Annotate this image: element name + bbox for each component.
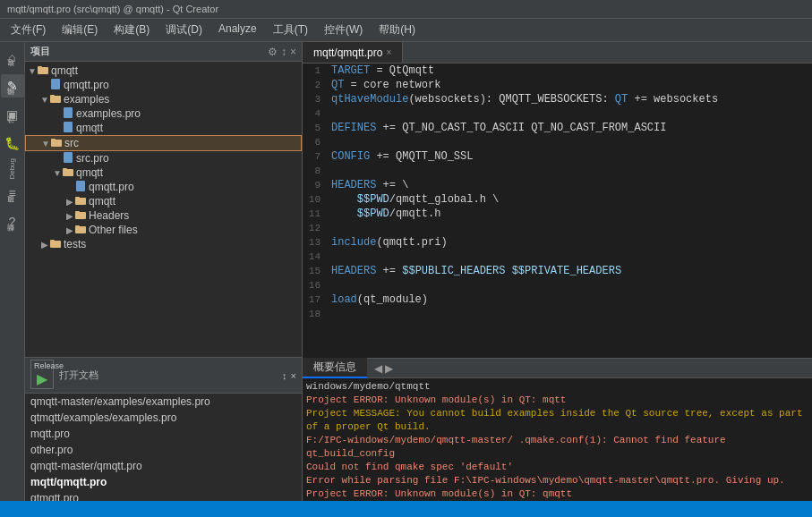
tree-arrow-icon[interactable]: ▼ [27, 66, 38, 76]
tree-item[interactable]: qmqtt.pro [25, 180, 302, 194]
play-icon[interactable]: ▶ [37, 371, 47, 386]
menu-item-f[interactable]: 文件(F) [4, 21, 53, 39]
svg-rect-12 [76, 181, 85, 191]
tree-item[interactable]: examples.pro [25, 106, 302, 121]
line-number: 12 [303, 221, 328, 235]
doc-item[interactable]: qtmqtt.pro [25, 490, 302, 501]
output-line: windows/mydemo/qtmqtt [306, 380, 808, 394]
menu-item-b[interactable]: 构建(B) [107, 21, 157, 39]
project-panel: 项目 ⚙ ↕ × ▼qmqttqmqtt.pro▼examplesexample… [25, 42, 303, 501]
status-bar [0, 501, 812, 517]
help-icon[interactable]: ? [1, 210, 24, 233]
tree-label: examples.pro [76, 107, 141, 120]
code-line: 3qtHaveModule(websockets): QMQTT_WEBSOCK… [303, 92, 812, 106]
sidebar-icons: ⌂欢迎✎编辑▣设计🐛Debug≡项目?帮助 [0, 42, 25, 501]
tree-arrow-icon[interactable]: ▶ [64, 197, 75, 207]
tree-item[interactable]: ▼qmqtt [25, 165, 302, 180]
line-content: DEFINES += QT_NO_CAST_TO_ASCII QT_NO_CAS… [328, 121, 666, 135]
line-content: TARGET = QtQmqtt [328, 64, 434, 78]
sidebar-label-3: Debug [8, 158, 16, 180]
release-badge: Release ▶ [30, 360, 54, 389]
tree-arrow-icon[interactable]: ▶ [64, 225, 75, 235]
tree-item[interactable]: ▼examples [25, 92, 302, 106]
tree-item[interactable]: ▶Headers [25, 208, 302, 223]
tree-item[interactable]: qmqtt.pro [25, 78, 302, 92]
tree-node-icon [50, 79, 61, 91]
line-number: 17 [303, 292, 328, 307]
doc-item[interactable]: mqtt/qmqtt.pro [25, 474, 302, 490]
line-content: $$PWD/qmqtt.h [328, 207, 440, 221]
svg-rect-2 [51, 79, 60, 89]
code-line: 15HEADERS += $$PUBLIC_HEADERS $$PRIVATE_… [303, 264, 812, 278]
tree-label: qmqtt [76, 122, 103, 134]
doc-item[interactable]: mqtt.pro [25, 426, 302, 442]
tree-arrow-icon[interactable]: ▶ [39, 240, 50, 250]
code-editor[interactable]: 1TARGET = QtQmqtt2QT = core network3qtHa… [303, 64, 812, 358]
tree-label: tests [64, 238, 86, 250]
code-line: 17load(qt_module) [303, 292, 812, 307]
tree-item[interactable]: qmqtt [25, 121, 302, 135]
line-content [328, 278, 338, 292]
output-area: 概要信息 ◀ ▶ windows/mydemo/qtmqttProject ER… [303, 358, 812, 501]
tree-arrow-icon[interactable]: ▼ [52, 168, 63, 178]
tree-item[interactable]: ▶qmqtt [25, 194, 302, 208]
edit-icon[interactable]: ✎ [1, 74, 24, 97]
project-icon[interactable]: ≡ [1, 182, 24, 205]
close-panel-icon[interactable]: × [290, 46, 296, 58]
menu-item-e[interactable]: 编辑(E) [55, 21, 105, 39]
doc-item[interactable]: qmqtt-master/examples/examples.pro [25, 394, 302, 410]
doc-item[interactable]: qtmqtt/examples/examples.pro [25, 410, 302, 426]
menu-item-t[interactable]: 工具(T) [266, 21, 315, 39]
tree-arrow-icon[interactable]: ▼ [39, 95, 50, 105]
editor-tab-bar: mqtt/qmqtt.pro × [303, 42, 812, 64]
tab-label: mqtt/qmqtt.pro [313, 47, 382, 59]
output-line: Project ERROR: Unknown module(s) in QT: … [306, 487, 808, 501]
code-line: 11 $$PWD/qmqtt.h [303, 207, 812, 221]
code-line: 2QT = core network [303, 78, 812, 92]
tab-close-icon[interactable]: × [386, 47, 391, 57]
tree-label: qmqtt [76, 166, 103, 179]
open-docs-controls: ↕ × [282, 370, 296, 381]
debug-icon[interactable]: 🐛 [1, 131, 24, 155]
menu-item-d[interactable]: 调试(D) [158, 21, 209, 39]
tree-label: qmqtt [89, 195, 115, 208]
active-editor-tab[interactable]: mqtt/qmqtt.pro × [303, 42, 403, 63]
menu-item-w[interactable]: 控件(W) [317, 21, 370, 39]
panel-title: 项目 [30, 45, 50, 58]
tree-label: qmqtt [51, 64, 78, 77]
tree-item[interactable]: ▼qmqtt [25, 64, 302, 78]
welcome-icon[interactable]: ⌂ [1, 46, 24, 69]
filter-icon[interactable]: ⚙ [268, 46, 278, 58]
menu-item-analyze[interactable]: Analyze [211, 21, 264, 39]
tree-node-icon [63, 122, 73, 134]
svg-rect-6 [64, 122, 73, 132]
line-number: 6 [303, 135, 328, 149]
right-area: mqtt/qmqtt.pro × 1TARGET = QtQmqtt2QT = … [303, 42, 812, 501]
line-content [328, 250, 338, 264]
tree-arrow-icon[interactable]: ▶ [64, 211, 75, 221]
line-content: HEADERS += $$PUBLIC_HEADERS $$PRIVATE_HE… [328, 264, 621, 278]
tree-node-icon [75, 224, 86, 236]
menu-bar: 文件(F)编辑(E)构建(B)调试(D)Analyze工具(T)控件(W)帮助(… [0, 19, 812, 42]
doc-item[interactable]: qmqtt-master/qmqtt.pro [25, 458, 302, 474]
tree-item[interactable]: src.pro [25, 151, 302, 165]
output-line: Error while parsing file F:\IPC-windows\… [306, 474, 808, 487]
output-line: Project MESSAGE: You cannot build exampl… [306, 407, 808, 434]
sync-icon[interactable]: ↕ [281, 46, 286, 58]
tree-item[interactable]: ▼src [25, 135, 302, 151]
tree-item[interactable]: ▶Other files [25, 223, 302, 237]
code-line: 13include(qmqtt.pri) [303, 235, 812, 250]
design-icon[interactable]: ▣ [1, 103, 24, 126]
docs-close-icon[interactable]: × [291, 370, 296, 381]
tree-item[interactable]: ▶tests [25, 237, 302, 251]
output-tab-summary[interactable]: 概要信息 [303, 358, 367, 378]
code-line: 5DEFINES += QT_NO_CAST_TO_ASCII QT_NO_CA… [303, 121, 812, 135]
tree-arrow-icon[interactable]: ▼ [40, 139, 51, 148]
svg-rect-9 [64, 152, 73, 163]
line-content: load(qt_module) [328, 292, 428, 307]
docs-filter-icon[interactable]: ↕ [282, 370, 287, 381]
doc-item[interactable]: other.pro [25, 442, 302, 458]
menu-item-h[interactable]: 帮助(H) [372, 21, 423, 39]
line-number: 8 [303, 164, 328, 178]
tree-node-icon [75, 195, 86, 208]
